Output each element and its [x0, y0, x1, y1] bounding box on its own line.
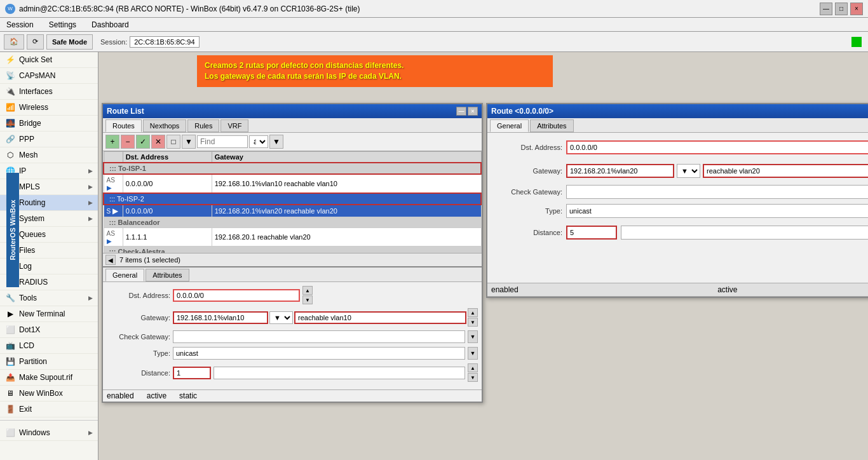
col-flag[interactable] — [104, 152, 123, 163]
sidebar-item-ppp[interactable]: 🔗 PPP — [0, 132, 98, 147]
dialog-distance-extra[interactable] — [621, 226, 868, 240]
check-gateway-dropdown[interactable]: ▼ — [468, 330, 478, 343]
gateway-up-btn[interactable]: ▲ — [468, 308, 478, 317]
titlebar-left: W admin@2C:C8:1B:65:8C:94 (RB ARCO NORTE… — [5, 4, 360, 14]
gateway-select[interactable]: ▼ — [269, 311, 293, 324]
dialog-gateway-input[interactable] — [566, 164, 674, 178]
home-button[interactable]: 🏠 — [4, 34, 24, 50]
sidebar-label-partition: Partition — [19, 357, 93, 366]
sidebar-item-bridge[interactable]: 🌉 Bridge — [0, 116, 98, 132]
menu-dashboard[interactable]: Dashboard — [88, 19, 133, 30]
route-list-minimize[interactable]: — — [456, 107, 466, 116]
table-row[interactable]: AS ▶ 0.0.0.0/0 192.168.10.1%vlan10 reach… — [104, 174, 481, 193]
dot1x-icon: ⬜ — [5, 325, 15, 335]
dialog-gateway-select[interactable]: ▼ — [677, 164, 700, 178]
route-dialog-tab-attributes[interactable]: Attributes — [530, 119, 573, 132]
gateway-down-btn[interactable]: ▼ — [468, 318, 478, 327]
menu-session[interactable]: Session — [3, 19, 37, 30]
disable-route-button[interactable]: ✕ — [151, 135, 165, 149]
gateway-status-input[interactable] — [294, 311, 466, 324]
close-button[interactable]: × — [850, 3, 863, 15]
sidebar-item-quick-set[interactable]: ⚡ Quick Set — [0, 52, 98, 68]
safe-mode-button[interactable]: Safe Mode — [46, 34, 93, 50]
route-list-close[interactable]: × — [468, 107, 478, 116]
refresh-button[interactable]: ⟳ — [27, 34, 44, 50]
table-row[interactable]: AS ▶ 1.1.1.1 192.168.20.1 reachable vlan… — [104, 228, 481, 247]
route-dialog-content: Dst. Address: ▲ ▼ Gateway: ▼ — [487, 133, 868, 283]
enable-route-button[interactable]: ✓ — [136, 135, 150, 149]
filter-button[interactable]: ▼ — [182, 135, 196, 149]
sidebar-item-wireless[interactable]: 📶 Wireless — [0, 100, 98, 116]
new-winbox-icon: 🖥 — [5, 388, 15, 398]
dst-up-btn[interactable]: ▲ — [302, 286, 313, 295]
tab-nexthops[interactable]: Nexthops — [143, 119, 186, 132]
lcd-icon: 📺 — [5, 341, 15, 351]
dialog-check-gw-input[interactable] — [566, 185, 868, 199]
tab-form-general[interactable]: General — [105, 269, 144, 281]
sidebar-item-lcd[interactable]: 📺 LCD — [0, 338, 98, 354]
sidebar-item-partition[interactable]: 💾 Partition — [0, 354, 98, 370]
sidebar-label-system: System — [19, 214, 85, 223]
dialog-gateway-status[interactable] — [703, 164, 868, 178]
dialog-distance-input[interactable] — [566, 226, 617, 240]
sidebar-item-interfaces[interactable]: 🔌 Interfaces — [0, 84, 98, 100]
route-filter-select[interactable]: all — [249, 135, 268, 148]
type-dropdown[interactable]: ▼ — [468, 347, 478, 360]
sidebar-item-dot1x[interactable]: ⬜ Dot1X — [0, 322, 98, 338]
table-row[interactable]: S ▶ 0.0.0.0/0 192.168.20.1%vlan20 reacha… — [104, 205, 481, 217]
main-toolbar: 🏠 ⟳ Safe Mode Session: 2C:C8:1B:65:8C:94 — [0, 32, 868, 52]
dst-down-btn[interactable]: ▼ — [302, 295, 313, 304]
distance-input[interactable] — [173, 367, 211, 379]
col-gateway[interactable]: Gateway — [212, 152, 481, 163]
add-route-button[interactable]: + — [105, 135, 119, 149]
bottom-form: General Attributes Dst. Address: ▲ ▼ — [103, 266, 482, 402]
tab-routes[interactable]: Routes — [105, 119, 142, 132]
sidebar-item-tools[interactable]: 🔧 Tools ▶ — [0, 290, 98, 306]
dst-address-input[interactable] — [173, 289, 300, 302]
titlebar-controls[interactable]: — □ × — [820, 3, 863, 15]
remove-route-button[interactable]: − — [121, 135, 135, 149]
type-input[interactable] — [173, 347, 465, 360]
sidebar-item-mesh[interactable]: ⬡ Mesh — [0, 147, 98, 163]
route-list-titlebar: Route List — × — [103, 104, 482, 118]
route-search-input[interactable] — [197, 135, 248, 148]
route-dialog-tab-general[interactable]: General — [490, 119, 529, 132]
dialog-gateway-label: Gateway: — [492, 167, 562, 175]
form-status-active: active — [147, 391, 166, 400]
menubar: Session Settings Dashboard — [0, 18, 868, 32]
dialog-dst-input[interactable] — [566, 140, 868, 154]
scroll-left-button[interactable]: ◀ — [105, 255, 116, 265]
sidebar-label-tools: Tools — [19, 294, 85, 302]
sidebar-item-windows[interactable]: ⬜ Windows ▶ — [0, 425, 98, 441]
sidebar-item-new-terminal[interactable]: ▶ New Terminal — [0, 306, 98, 322]
make-supout-icon: 📤 — [5, 372, 15, 382]
sidebar-item-capsman[interactable]: 📡 CAPsMAN — [0, 68, 98, 84]
tab-form-attributes[interactable]: Attributes — [146, 269, 189, 281]
sidebar-item-new-winbox[interactable]: 🖥 New WinBox — [0, 386, 98, 402]
dialog-type-row: Type: ▼ — [492, 204, 868, 218]
tab-vrf[interactable]: VRF — [220, 119, 248, 132]
sidebar-item-exit[interactable]: 🚪 Exit — [0, 402, 98, 417]
col-dst[interactable]: Dst. Address — [123, 152, 212, 163]
sidebar-item-make-supout[interactable]: 📤 Make Supout.rif — [0, 370, 98, 386]
distance-label: Distance: — [107, 369, 170, 377]
form-gateway-row: Gateway: ▼ ▲ ▼ — [107, 308, 478, 327]
gateway-input[interactable] — [173, 311, 268, 324]
menu-settings[interactable]: Settings — [45, 19, 80, 30]
distance-up-btn[interactable]: ▲ — [468, 363, 478, 372]
form-type-row: Type: ▼ — [107, 347, 478, 360]
route-list-window: Route List — × Routes Nexthops Rules VRF… — [102, 103, 483, 403]
filter-apply-button[interactable]: ▼ — [269, 135, 283, 149]
check-gateway-input[interactable] — [173, 330, 465, 343]
mesh-icon: ⬡ — [5, 150, 15, 160]
distance-extra[interactable] — [214, 367, 465, 379]
tools-arrow: ▶ — [88, 295, 93, 301]
maximize-button[interactable]: □ — [835, 3, 848, 15]
tab-rules[interactable]: Rules — [187, 119, 219, 132]
minimize-button[interactable]: — — [820, 3, 832, 15]
distance-down-btn[interactable]: ▼ — [468, 373, 478, 382]
sidebar-label-queues: Queues — [19, 230, 93, 239]
route-list-controls[interactable]: — × — [456, 107, 478, 116]
dialog-type-input[interactable] — [566, 204, 868, 218]
copy-route-button[interactable]: □ — [166, 135, 180, 149]
